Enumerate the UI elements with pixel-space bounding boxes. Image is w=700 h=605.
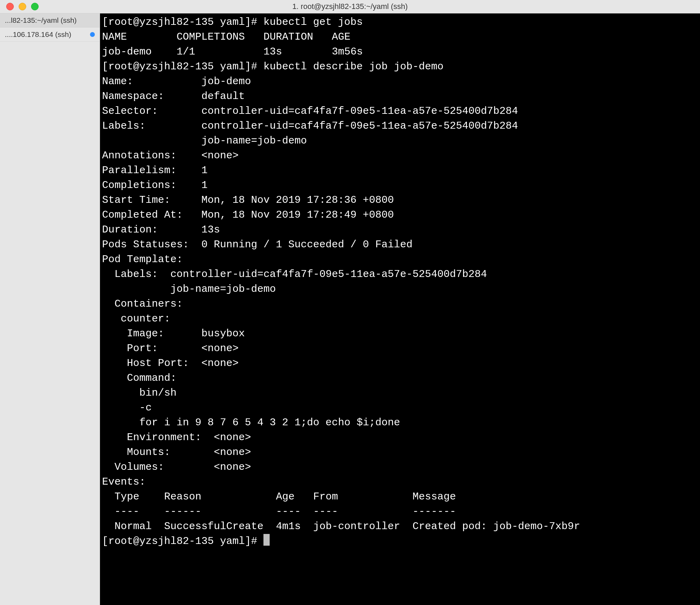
pod-template-command-1: -c: [139, 402, 152, 414]
events-col-message: Message: [412, 491, 456, 503]
pod-template-containers-header: Containers:: [114, 298, 183, 310]
describe-duration: 13s: [201, 224, 220, 236]
pod-template-env-label: Environment:: [127, 432, 201, 443]
pod-template-mounts-value: <none>: [214, 446, 251, 458]
traffic-lights: [0, 3, 39, 10]
pod-template-labels-2: job-name=job-demo: [170, 283, 276, 295]
pod-template-container-name: counter:: [121, 313, 170, 325]
events-sep-type: ----: [114, 506, 139, 517]
session-sidebar: ...l82-135:~/yaml (ssh) ....106.178.164 …: [0, 13, 100, 605]
events-sep-message: -------: [412, 506, 456, 517]
describe-labels-2: job-name=job-demo: [201, 135, 307, 147]
pod-template-labels-header: Labels:: [114, 268, 158, 280]
events-sep-reason: ------: [164, 506, 201, 517]
window-titlebar: 1. root@yzsjhl82-135:~/yaml (ssh): [0, 0, 700, 13]
describe-pods-statuses: 0 Running / 1 Succeeded / 0 Failed: [201, 239, 412, 250]
pod-template-image-value: busybox: [201, 328, 245, 339]
window-title: 1. root@yzsjhl82-135:~/yaml (ssh): [0, 2, 700, 11]
pod-template-labels-1: controller-uid=caf4fa7f-09e5-11ea-a57e-5…: [170, 268, 487, 280]
describe-start-time: Mon, 18 Nov 2019 17:28:36 +0800: [201, 194, 394, 206]
events-sep-age: ----: [276, 506, 301, 517]
jobs-header-duration: DURATION: [263, 31, 313, 43]
session-tab-1[interactable]: ....106.178.164 (ssh): [0, 28, 100, 42]
events-col-age: Age: [276, 491, 294, 503]
prompt: [root@yzsjhl82-135 yaml]#: [102, 61, 263, 72]
describe-completions: 1: [201, 179, 208, 191]
zoom-icon[interactable]: [31, 3, 39, 10]
describe-annotations: <none>: [201, 150, 239, 161]
pod-template-env-value: <none>: [214, 432, 251, 443]
command-text: kubectl describe job job-demo: [263, 61, 443, 72]
events-row-message: Created pod: job-demo-7xb9r: [412, 520, 580, 532]
pod-template-command-0: bin/sh: [139, 387, 177, 399]
jobs-row-completions: 1/1: [177, 46, 195, 58]
pod-template-hostport-label: Host Port:: [127, 357, 189, 369]
pod-template-command-2: for i in 9 8 7 6 5 4 3 2 1;do echo $i;do…: [139, 417, 400, 428]
events-row-from: job-controller: [313, 520, 400, 532]
describe-name: job-demo: [201, 76, 251, 87]
events-row-reason: SuccessfulCreate: [164, 520, 263, 532]
events-header: Events:: [102, 476, 146, 488]
jobs-header-completions: COMPLETIONS: [177, 31, 245, 43]
describe-labels-1: controller-uid=caf4fa7f-09e5-11ea-a57e-5…: [201, 120, 518, 132]
describe-parallelism: 1: [201, 165, 208, 176]
jobs-header-age: AGE: [332, 31, 350, 43]
pod-template-port-value: <none>: [201, 343, 239, 354]
events-col-type: Type: [114, 491, 139, 503]
session-tab-0[interactable]: ...l82-135:~/yaml (ssh): [0, 13, 100, 28]
describe-completed-at: Mon, 18 Nov 2019 17:28:49 +0800: [201, 209, 394, 221]
pod-template-port-label: Port:: [127, 343, 158, 354]
pod-template-command-header: Command:: [127, 372, 177, 384]
jobs-row-name: job-demo: [102, 46, 152, 58]
command-text: kubectl get jobs: [263, 16, 363, 28]
jobs-row-duration: 13s: [263, 46, 282, 58]
events-row-type: Normal: [114, 520, 152, 532]
events-row-age: 4m1s: [276, 520, 301, 532]
jobs-row-age: 3m56s: [332, 46, 363, 58]
pod-template-header: Pod Template:: [102, 254, 183, 265]
session-tab-label: ....106.178.164 (ssh): [5, 30, 87, 39]
pod-template-volumes-label: Volumes:: [114, 461, 164, 473]
terminal-output[interactable]: [root@yzsjhl82-135 yaml]# kubectl get jo…: [100, 13, 700, 605]
events-col-from: From: [313, 491, 338, 503]
pod-template-hostport-value: <none>: [201, 357, 239, 369]
pod-template-volumes-value: <none>: [214, 461, 251, 473]
close-icon[interactable]: [6, 3, 14, 10]
minimize-icon[interactable]: [19, 3, 26, 10]
prompt: [root@yzsjhl82-135 yaml]#: [102, 16, 263, 28]
pod-template-image-label: Image:: [127, 328, 164, 339]
events-sep-from: ----: [313, 506, 338, 517]
session-tab-label: ...l82-135:~/yaml (ssh): [5, 16, 95, 24]
events-col-reason: Reason: [164, 491, 201, 503]
activity-dot-icon: [90, 32, 95, 37]
prompt: [root@yzsjhl82-135 yaml]#: [102, 535, 263, 547]
jobs-header-name: NAME: [102, 31, 127, 43]
describe-selector: controller-uid=caf4fa7f-09e5-11ea-a57e-5…: [201, 105, 518, 117]
pod-template-mounts-label: Mounts:: [127, 446, 170, 458]
describe-namespace: default: [201, 90, 245, 102]
cursor-icon: [263, 534, 270, 546]
